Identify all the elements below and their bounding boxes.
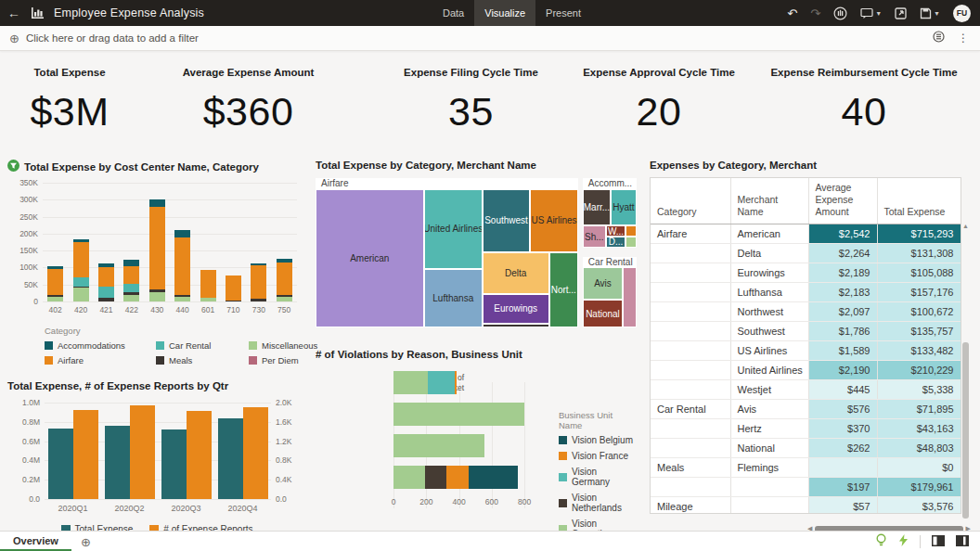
treemap-cell[interactable]: Nort...	[549, 252, 578, 327]
legend-item[interactable]: Vision Netherlands	[559, 493, 637, 513]
table-row[interactable]: Delta$2,264$131,308	[651, 244, 961, 263]
assistant-icon[interactable]	[833, 6, 847, 20]
bar-segment[interactable]	[455, 371, 457, 394]
stacked-bar[interactable]	[98, 263, 114, 301]
treemap-group-header[interactable]: Airfare	[316, 178, 578, 189]
stacked-bar[interactable]	[393, 403, 524, 426]
stacked-bar[interactable]	[47, 266, 63, 301]
treemap-cell[interactable]: American	[316, 189, 424, 327]
bar[interactable]	[187, 411, 212, 499]
table-row[interactable]: Mileage$57$3,576	[651, 497, 961, 514]
bar-segment[interactable]	[123, 284, 139, 292]
bar-segment[interactable]	[174, 297, 190, 301]
stacked-bar[interactable]	[277, 259, 292, 301]
bar-segment[interactable]	[98, 287, 114, 299]
bar-segment[interactable]	[393, 403, 524, 426]
treemap-cell[interactable]: W...	[606, 225, 625, 237]
bar-segment[interactable]	[123, 266, 139, 284]
avatar[interactable]: FU	[953, 5, 971, 22]
treemap-cell[interactable]: Eurowings	[483, 294, 549, 324]
kpi-tile[interactable]: Expense Approval Cycle Time20	[557, 67, 761, 135]
legend-item[interactable]: Vision Belgium	[559, 435, 637, 445]
kpi-tile[interactable]: Average Expense Amount$360	[148, 67, 348, 135]
stacked-bar[interactable]	[149, 199, 165, 301]
export-icon[interactable]	[895, 7, 907, 19]
bar-segment[interactable]	[73, 288, 89, 301]
bar[interactable]	[105, 426, 130, 499]
column-header[interactable]: Merchant Name	[730, 178, 808, 224]
bar-segment[interactable]	[251, 265, 266, 300]
treemap-cell[interactable]: United Airlines	[424, 189, 483, 269]
tab-data[interactable]: Data	[432, 0, 474, 26]
bar-segment[interactable]	[469, 466, 518, 489]
canvas-tab-overview[interactable]: Overview	[0, 532, 71, 551]
filter-settings-icon[interactable]	[933, 30, 945, 46]
stacked-bar[interactable]	[123, 260, 139, 301]
panel-layout-right-icon[interactable]	[956, 533, 969, 550]
treemap-cell[interactable]	[483, 324, 549, 327]
bar-segment[interactable]	[149, 199, 165, 206]
bar-segment[interactable]	[226, 301, 241, 301]
legend-item[interactable]: Airfare	[45, 355, 156, 365]
treemap-cell[interactable]	[625, 225, 637, 237]
treemap-cell[interactable]: Sh...	[583, 225, 606, 247]
bar-segment[interactable]	[393, 434, 484, 457]
treemap-cell[interactable]: Hyatt	[611, 189, 637, 226]
kebab-menu-icon[interactable]: ⋮	[958, 32, 969, 45]
auto-insights-bolt-icon[interactable]	[898, 533, 909, 550]
comments-icon[interactable]: ▼	[860, 7, 882, 19]
table-row[interactable]: US Airlines$1,589$133,482	[651, 341, 961, 361]
bar-segment[interactable]	[251, 299, 266, 301]
legend-item[interactable]: Vision Germany	[559, 467, 637, 487]
filter-applied-icon[interactable]	[7, 160, 19, 173]
legend-item[interactable]: Meals	[156, 355, 249, 365]
table-row[interactable]: United Airlines$2,190$210,229	[651, 361, 961, 380]
table-row[interactable]: MealsFlemings$0	[651, 458, 961, 478]
treemap-cell[interactable]: Delta	[483, 252, 549, 294]
treemap-cell[interactable]: Avis	[583, 267, 623, 300]
treemap-cell[interactable]: Southwest	[483, 189, 530, 252]
bar-segment[interactable]	[393, 466, 425, 489]
save-icon[interactable]: ▼	[920, 7, 940, 19]
bar-segment[interactable]	[277, 263, 292, 295]
treemap-cell[interactable]: Lufthansa	[424, 269, 483, 327]
bar-segment[interactable]	[393, 371, 428, 394]
undo-icon[interactable]: ↶	[787, 6, 797, 20]
bar-segment[interactable]	[174, 237, 190, 295]
bar-segment[interactable]	[98, 267, 114, 286]
legend-item[interactable]: Accommodations	[45, 340, 156, 351]
treemap-group-header[interactable]: Car Rental	[583, 257, 637, 268]
bar-segment[interactable]	[174, 230, 190, 237]
kpi-tile[interactable]: Expense Filing Cycle Time35	[367, 67, 575, 135]
stacked-bar[interactable]	[226, 276, 241, 302]
legend-item[interactable]: Car Rental	[156, 340, 249, 351]
treemap-cell[interactable]	[623, 267, 637, 327]
table-row[interactable]: Northwest$2,097$100,672	[651, 302, 961, 322]
bar[interactable]	[48, 429, 73, 499]
scroll-up-icon[interactable]: ▲	[961, 223, 971, 229]
bar-segment[interactable]	[428, 371, 455, 394]
stacked-bar[interactable]	[200, 270, 216, 301]
bar-segment[interactable]	[425, 466, 446, 489]
bar-segment[interactable]	[73, 242, 89, 277]
stacked-bar[interactable]	[393, 371, 457, 394]
bar[interactable]	[243, 407, 268, 499]
column-header[interactable]: Total Expense	[877, 178, 961, 224]
add-filter-icon[interactable]: ⊕	[9, 32, 19, 45]
stacked-bar[interactable]	[73, 239, 89, 301]
table-row[interactable]: National$262$48,803	[651, 439, 961, 458]
stacked-bar[interactable]	[174, 230, 190, 301]
bar-segment[interactable]	[149, 207, 165, 290]
table-row[interactable]: Westjet$445$5,338	[651, 380, 961, 400]
add-canvas-icon[interactable]: ⊕	[81, 535, 91, 549]
treemap-cell[interactable]: D...	[606, 237, 625, 248]
table-row[interactable]: Car RentalAvis$576$71,895	[651, 400, 961, 419]
stacked-bar[interactable]	[393, 434, 484, 457]
table-row[interactable]: AirfareAmerican$2,542$715,293	[651, 224, 961, 244]
table-row[interactable]: Lufthansa$2,183$157,176	[651, 283, 961, 302]
kpi-tile[interactable]: Expense Reimbursement Cycle Time40	[761, 67, 967, 135]
bar-segment[interactable]	[200, 298, 216, 301]
bar[interactable]	[218, 418, 243, 499]
table-row[interactable]: Eurowings$2,189$105,088	[651, 263, 961, 283]
legend-item[interactable]: Vision France	[559, 451, 637, 461]
